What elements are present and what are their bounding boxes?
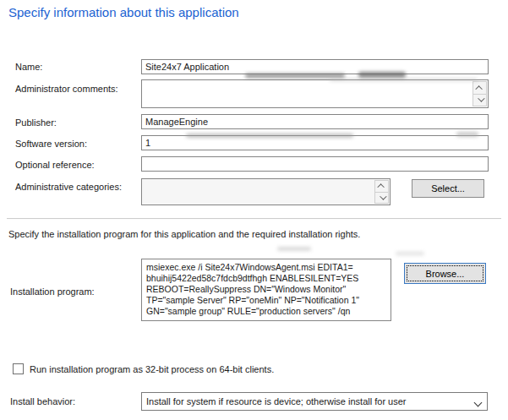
- install-behavior-label: Install behavior:: [10, 396, 75, 406]
- admin-comments-label: Administrator comments:: [15, 84, 118, 94]
- optional-reference-input[interactable]: [141, 156, 489, 172]
- name-label: Name:: [15, 62, 42, 72]
- redaction-smudge: [358, 72, 406, 78]
- redaction-smudge: [456, 132, 478, 137]
- admin-categories-label: Administrative categories:: [15, 182, 122, 192]
- application-info-page: Specify information about this applicati…: [0, 0, 508, 420]
- install-behavior-value: Install for system if resource is device…: [146, 396, 407, 406]
- scroll-down-button[interactable]: [472, 95, 487, 107]
- installation-program-label: Installation program:: [10, 286, 95, 297]
- chevron-up-icon: [475, 85, 482, 92]
- install-behavior-dropdown[interactable]: Install for system if resource is device…: [141, 392, 488, 411]
- admin-comments-scrollbar: [472, 81, 487, 106]
- redaction-smudge: [277, 247, 311, 251]
- admin-comments-input[interactable]: [141, 79, 489, 108]
- admin-categories-scrollbar: [374, 180, 389, 204]
- scroll-up-button[interactable]: [472, 81, 487, 95]
- scroll-down-button[interactable]: [374, 193, 389, 205]
- run-32bit-checkbox[interactable]: [13, 363, 24, 374]
- run-32bit-checkbox-label[interactable]: Run installation program as 32-bit proce…: [30, 364, 274, 374]
- admin-categories-box: [141, 178, 391, 205]
- name-input[interactable]: [141, 59, 489, 74]
- select-button[interactable]: Select...: [412, 179, 484, 198]
- publisher-input[interactable]: [141, 114, 489, 129]
- chevron-down-icon: [380, 193, 386, 199]
- chevron-down-icon: [478, 95, 484, 102]
- chevron-up-icon: [377, 183, 384, 190]
- redaction-smudge: [245, 74, 345, 78]
- installation-program-input[interactable]: msiexec.exe /i Site24x7WindowsAgent.msi …: [141, 259, 391, 321]
- redaction-smudge: [186, 134, 353, 138]
- page-title: Specify information about this applicati…: [8, 5, 239, 19]
- redaction-smudge: [396, 252, 424, 255]
- browse-button[interactable]: Browse...: [404, 263, 486, 284]
- optional-reference-label: Optional reference:: [15, 160, 95, 170]
- scroll-up-button[interactable]: [374, 180, 389, 193]
- section-divider: [7, 218, 501, 220]
- install-section-description: Specify the installation program for thi…: [8, 229, 360, 239]
- publisher-label: Publisher:: [15, 117, 57, 128]
- dropdown-chevron-icon: [474, 399, 483, 407]
- redaction-smudge: [330, 79, 478, 81]
- software-version-label: Software version:: [15, 139, 87, 149]
